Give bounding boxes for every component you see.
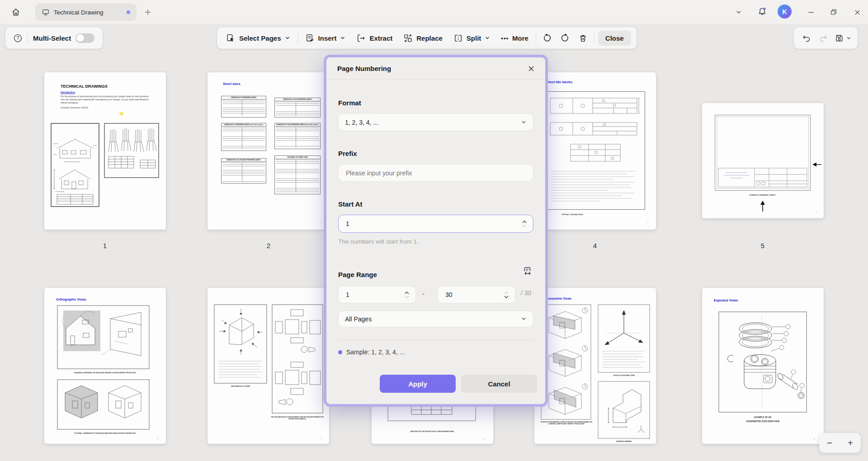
page-thumbnail-1[interactable]: TECHNICAL DRAWINGS Introduction For the … [44, 72, 166, 230]
new-tab-button[interactable] [142, 6, 154, 18]
restore-button[interactable] [827, 6, 840, 18]
page9-footer-number: 9 [648, 438, 649, 440]
start-at-stepper[interactable] [522, 221, 527, 227]
extract-label: Extract [369, 34, 392, 42]
chevron-down-icon [285, 35, 290, 41]
divider [27, 33, 28, 43]
stepper-up-icon[interactable] [504, 292, 509, 294]
svg-text:?: ? [16, 35, 19, 41]
format-select[interactable]: 1, 2, 3, 4, ... [338, 113, 533, 131]
avatar[interactable]: K [778, 5, 792, 19]
select-pages-label: Select Pages [239, 34, 281, 42]
custom-range-button[interactable] [521, 264, 534, 278]
table-title: DIMENSIONS OF NON-PREFERRED SHEETS [275, 98, 320, 101]
close-window-button[interactable] [851, 6, 863, 18]
page9-axes-figure [598, 304, 650, 373]
range-from-input[interactable] [338, 286, 416, 303]
page1-standards-text: Australian Standards: AS1100 [61, 107, 88, 109]
rotate-left-icon [542, 33, 552, 43]
minimize-button[interactable] [805, 6, 817, 18]
page5-titleblock-figure [715, 115, 811, 191]
notifications-button[interactable] [756, 5, 769, 18]
extract-icon [356, 33, 366, 43]
page1-body-text: For the purpose of documenting and commu… [61, 95, 150, 104]
range-scope-select[interactable]: All Pages [338, 310, 533, 327]
table-title: DIMENSIONS OF PREFERRED SHEETS (with wid… [222, 123, 266, 127]
dialog-close-button[interactable] [525, 63, 537, 75]
titlebar-chevron-button[interactable] [733, 7, 744, 18]
stepper-up-icon[interactable] [405, 292, 409, 294]
delete-pages-button[interactable] [574, 27, 592, 49]
zoom-in-button[interactable]: + [844, 437, 857, 448]
page10-footer-number: 10 [813, 438, 815, 440]
more-button[interactable]: ••• More [495, 27, 534, 49]
cancel-button[interactable]: Cancel [461, 375, 537, 393]
select-pages-button[interactable]: Select Pages [221, 27, 296, 49]
page-thumbnail-5[interactable]: EXAMPLE DRAWING SHEET 5 [702, 103, 824, 218]
sample-text: Sample: 1, 2, 3, 4, ... [346, 348, 405, 356]
zoom-controls: − + [819, 433, 861, 453]
page10-heading: Exploded Views [714, 299, 738, 302]
zoom-out-button[interactable]: − [823, 437, 836, 448]
page8-caption: METHODS FOR THE PROJECTION OF LINES BETW… [387, 431, 477, 433]
page-thumbnail-4[interactable]: Sheet title blocks. [534, 72, 656, 230]
save-button[interactable] [832, 27, 854, 49]
page4-heading: Sheet title blocks. [546, 80, 573, 84]
page9-caption2: CHOICE OF AXIS DIRECTIONS [598, 375, 650, 376]
page7-caption2: THE TWO METHODS OF ORTHOGRAPHIC PROJECTI… [269, 416, 326, 420]
stepper-down-icon[interactable] [504, 296, 509, 298]
page7-footer-number: 7 [321, 438, 321, 440]
start-at-label: Start At [338, 200, 363, 208]
sample-dot [338, 350, 342, 354]
page-thumbnail-7[interactable]: DESIGNATION OF VIEWS THE TWO METHODS OF … [208, 288, 329, 444]
undo-icon [802, 33, 811, 43]
extract-button[interactable]: Extract [351, 27, 398, 49]
page9-axonometric-cubes-figure [541, 304, 591, 420]
rotate-right-button[interactable] [556, 27, 574, 49]
stepper-down-icon[interactable] [405, 296, 409, 298]
document-tab[interactable]: Technical Drawing [35, 4, 137, 21]
split-button[interactable]: Split [448, 27, 496, 49]
redo-icon [819, 33, 828, 43]
range-to-stepper[interactable] [504, 292, 509, 298]
start-at-input[interactable] [338, 215, 533, 233]
rotate-right-icon [560, 33, 570, 43]
page9-caption1: POSITION OF AXONOMETRIC PLANE OF PROJECT… [539, 422, 594, 425]
insert-button[interactable]: Insert [300, 27, 351, 49]
redo-button[interactable] [815, 27, 832, 49]
divider [297, 33, 298, 43]
stepper-down-icon[interactable] [522, 225, 527, 227]
prefix-input[interactable] [338, 164, 533, 182]
close-icon [528, 65, 535, 72]
close-tools-button[interactable]: Close [598, 31, 631, 46]
range-to-input[interactable] [438, 286, 515, 303]
page-thumbnail-2[interactable]: Sheet sizes. DIMENSIONS OF PREFERRED SHE… [208, 72, 329, 230]
page-tools-toolbar: Select Pages Insert Extract Replace [217, 27, 637, 49]
apply-button[interactable]: Apply [380, 375, 456, 393]
range-to-field[interactable] [444, 291, 504, 299]
rotate-left-button[interactable] [538, 27, 556, 49]
stepper-up-icon[interactable] [522, 221, 527, 223]
dialog-title: Page Numbering [337, 65, 391, 72]
page5-caption: EXAMPLE DRAWING SHEET [717, 194, 808, 197]
page6-projection-figure [57, 379, 150, 430]
replace-button[interactable]: Replace [398, 27, 448, 49]
page2-table: DIMENSIONS OF NON-PREFERRED SHEETS [274, 98, 321, 118]
page1-title: TECHNICAL DRAWINGS [61, 84, 108, 89]
apply-label: Apply [408, 380, 427, 388]
prefix-input-field[interactable] [345, 169, 527, 177]
close-icon [854, 9, 861, 16]
range-from-field[interactable] [345, 291, 405, 299]
multi-select-toggle[interactable] [75, 33, 94, 43]
insert-icon [305, 33, 315, 43]
start-at-input-field[interactable] [345, 220, 522, 228]
range-from-stepper[interactable] [405, 292, 409, 298]
page-thumbnail-10[interactable]: Exploded Views [702, 288, 824, 444]
page-thumbnail-9[interactable]: Axonometric Views [534, 288, 656, 444]
home-button[interactable] [10, 6, 22, 18]
left-toolbar: ? Multi-Select [5, 27, 103, 49]
page-thumbnail-6[interactable]: Orthographic Views. DIAGRAM ILLUSTRATING… [44, 288, 166, 444]
undo-button[interactable] [797, 27, 815, 49]
app-window: { "titlebar": { "tab_title": "Technical … [0, 0, 868, 461]
help-button[interactable]: ? [10, 27, 25, 49]
